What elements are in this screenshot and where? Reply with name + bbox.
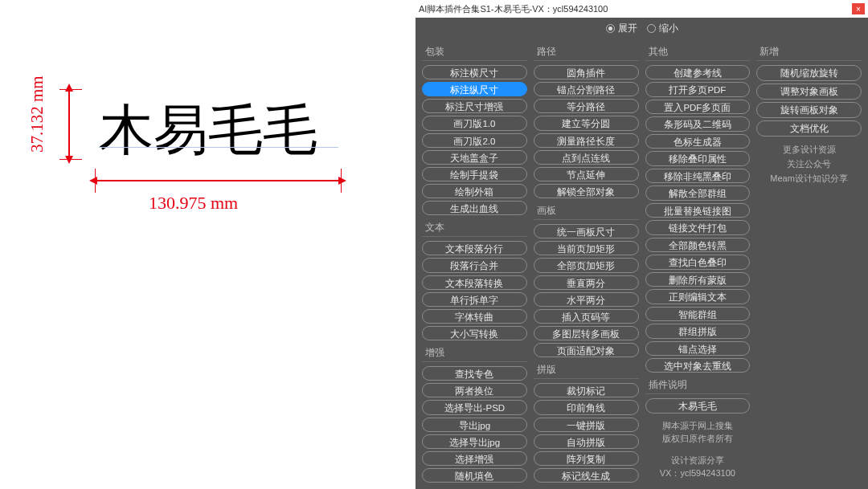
pill-button[interactable]: 条形码及二维码 xyxy=(645,116,751,131)
mode-row: 展开 缩小 xyxy=(416,18,868,39)
pill-button[interactable]: 旋转画板对象 xyxy=(756,102,862,118)
close-button[interactable]: × xyxy=(852,3,865,14)
pill-button[interactable]: 全部页加矩形 xyxy=(534,258,639,272)
group-title-text: 文本 xyxy=(422,218,527,237)
canvas-area: 木易毛毛 37.132 mm 130.975 mm xyxy=(0,0,416,489)
horizontal-dimension-label: 130.975 mm xyxy=(149,193,238,214)
pill-button[interactable]: 标注尺寸增强 xyxy=(422,99,527,113)
pill-button[interactable]: 当前页加矩形 xyxy=(534,241,639,255)
group-title-impose: 拼版 xyxy=(534,360,639,379)
pill-button[interactable]: 建立等分圆 xyxy=(534,116,639,130)
group-title-packaging: 包装 xyxy=(422,42,527,61)
pill-button[interactable]: 天地盖盒子 xyxy=(422,150,527,165)
pill-button[interactable]: 智能群组 xyxy=(645,307,751,321)
horizontal-dimension-arrow xyxy=(96,180,340,181)
pill-button[interactable]: 解锁全部对象 xyxy=(534,184,639,198)
info-resources: 更多设计资源 关注公众号 Meam设计知识分享 xyxy=(756,139,862,189)
pill-button[interactable]: 移除叠印属性 xyxy=(645,151,751,165)
pill-button[interactable]: 文本段落转换 xyxy=(422,275,527,290)
pill-button[interactable]: 画刀版2.0 xyxy=(422,133,527,148)
pill-button[interactable]: 查找专色 xyxy=(422,366,527,381)
pill-button[interactable]: 阵列复制 xyxy=(534,451,639,466)
artwork-text: 木易毛毛 xyxy=(99,94,317,167)
panel-titlebar: AI脚本插件合集S1-木易毛毛-VX：ycl594243100 × xyxy=(416,0,868,18)
pill-button[interactable]: 等分路径 xyxy=(534,99,639,113)
pill-button[interactable]: 删除所有蒙版 xyxy=(645,272,751,287)
pill-button[interactable]: 批量替换链接图 xyxy=(645,203,751,218)
pill-button[interactable]: 标记线生成 xyxy=(534,468,639,483)
radio-expand[interactable]: 展开 xyxy=(606,22,637,35)
pill-button[interactable]: 两者换位 xyxy=(422,383,527,397)
pill-button[interactable]: 自动拼版 xyxy=(534,434,639,449)
pill-button[interactable]: 调整对象画板 xyxy=(756,84,862,100)
info-contact: 设计资源分享 VX：ycl594243100 xyxy=(645,450,751,483)
pill-button[interactable]: 置入PDF多页面 xyxy=(645,100,751,114)
group-title-new: 新增 xyxy=(756,42,862,61)
pill-button[interactable]: 垂直两分 xyxy=(534,275,639,290)
pill-button[interactable]: 页面适配对象 xyxy=(534,343,639,357)
pill-button[interactable]: 节点延伸 xyxy=(534,167,639,181)
panel-title: AI脚本插件合集S1-木易毛毛-VX：ycl594243100 xyxy=(419,3,852,15)
column-1: 包装 标注横尺寸 标注纵尺寸 标注尺寸增强 画刀版1.0 画刀版2.0 天地盖盒… xyxy=(422,42,527,483)
radio-shrink[interactable]: 缩小 xyxy=(647,22,678,35)
pill-button[interactable]: 群组拼版 xyxy=(645,324,751,338)
pill-button[interactable]: 移除非纯黑叠印 xyxy=(645,169,751,183)
pill-button[interactable]: 一键拼版 xyxy=(534,418,639,432)
pill-button[interactable]: 查找白色叠印 xyxy=(645,255,751,269)
group-title-plugin-info: 插件说明 xyxy=(645,375,751,394)
pill-button[interactable]: 印前角线 xyxy=(534,400,639,414)
pill-button[interactable]: 大小写转换 xyxy=(422,326,527,340)
pill-button[interactable]: 圆角插件 xyxy=(534,65,639,79)
pill-button[interactable]: 绘制手提袋 xyxy=(422,167,527,181)
columns: 包装 标注横尺寸 标注纵尺寸 标注尺寸增强 画刀版1.0 画刀版2.0 天地盖盒… xyxy=(416,39,868,489)
pill-button[interactable]: 生成出血线 xyxy=(422,201,527,215)
plugin-panel: AI脚本插件合集S1-木易毛毛-VX：ycl594243100 × 展开 缩小 … xyxy=(416,0,868,489)
info-credits: 脚本源于网上搜集 版权归原作者所有 xyxy=(645,416,751,448)
pill-button[interactable]: 文本段落分行 xyxy=(422,241,527,255)
vertical-dimension-label: 37.132 mm xyxy=(27,75,47,153)
pill-button[interactable]: 段落行合并 xyxy=(422,258,527,272)
pill-button[interactable]: 选择导出-PSD xyxy=(422,400,527,414)
pill-button[interactable]: 随机填色 xyxy=(422,468,527,483)
pill-button[interactable]: 字体转曲 xyxy=(422,309,527,324)
pill-button[interactable]: 锚点分割路径 xyxy=(534,82,639,96)
pill-button[interactable]: 链接文件打包 xyxy=(645,220,751,234)
pill-button[interactable]: 点到点连线 xyxy=(534,150,639,165)
pill-button[interactable]: 水平两分 xyxy=(534,292,639,307)
info-line: 设计资源分享 xyxy=(645,454,751,467)
group-title-path: 路径 xyxy=(534,42,639,61)
pill-button[interactable]: 木易毛毛 xyxy=(645,398,751,413)
pill-button[interactable]: 正则编辑文本 xyxy=(645,289,751,304)
pill-button[interactable]: 绘制外箱 xyxy=(422,184,527,198)
pill-button[interactable]: 测量路径长度 xyxy=(534,133,639,148)
pill-button[interactable]: 选择导出jpg xyxy=(422,434,527,449)
pill-button[interactable]: 随机缩放旋转 xyxy=(756,65,862,81)
pill-button[interactable]: 单行拆单字 xyxy=(422,292,527,307)
pill-button[interactable]: 标注横尺寸 xyxy=(422,65,527,79)
radio-shrink-label: 缩小 xyxy=(659,22,678,35)
pill-button[interactable]: 统一画板尺寸 xyxy=(534,224,639,238)
pill-button[interactable]: 画刀版1.0 xyxy=(422,116,527,130)
column-3: 其他 创建参考线 打开多页PDF 置入PDF多页面 条形码及二维码 色标生成器 … xyxy=(645,42,751,483)
pill-button[interactable]: 文档优化 xyxy=(756,120,862,137)
pill-button[interactable]: 选择增强 xyxy=(422,451,527,466)
pill-button[interactable]: 锚点选择 xyxy=(645,341,751,356)
pill-button[interactable]: 全部颜色转黑 xyxy=(645,238,751,252)
pill-button[interactable]: 解散全部群组 xyxy=(645,185,751,200)
pill-button[interactable]: 打开多页PDF xyxy=(645,82,751,96)
column-4: 新增 随机缩放旋转 调整对象画板 旋转画板对象 文档优化 更多设计资源 关注公众… xyxy=(756,42,862,483)
pill-button[interactable]: 导出jpg xyxy=(422,418,527,432)
info-line: 更多设计资源 xyxy=(756,142,862,157)
pill-button[interactable]: 创建参考线 xyxy=(645,65,751,79)
pill-button[interactable]: 插入页码等 xyxy=(534,309,639,324)
pill-button[interactable]: 裁切标记 xyxy=(534,383,639,397)
radio-expand-label: 展开 xyxy=(618,22,637,35)
pill-button[interactable]: 选中对象去重线 xyxy=(645,358,751,373)
column-2: 路径 圆角插件 锚点分割路径 等分路径 建立等分圆 测量路径长度 点到点连线 节… xyxy=(534,42,639,483)
info-line: 脚本源于网上搜集 xyxy=(645,419,751,432)
baseline-guide xyxy=(99,147,338,148)
radio-dot-icon xyxy=(606,24,615,33)
pill-button[interactable]: 标注纵尺寸 xyxy=(422,82,527,96)
pill-button[interactable]: 多图层转多画板 xyxy=(534,326,639,340)
pill-button[interactable]: 色标生成器 xyxy=(645,134,751,149)
